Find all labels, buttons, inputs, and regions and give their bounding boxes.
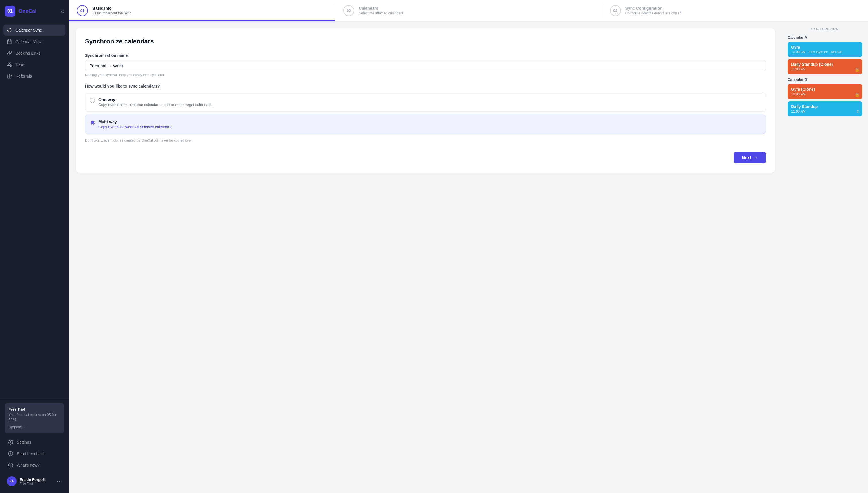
event-time: 11:00 AM — [791, 67, 859, 71]
clone-note: Don't worry, event clones created by One… — [85, 138, 766, 143]
sidebar-item-settings[interactable]: Settings — [5, 437, 64, 448]
event-time: 11:00 AM — [791, 109, 859, 113]
sidebar-nav: Calendar Sync Calendar View Booking Link… — [0, 22, 69, 398]
free-trial-box: Free Trial Your free trial expires on 05… — [5, 403, 64, 433]
radio-option-one-way[interactable]: One-way Copy events from a source calend… — [85, 92, 766, 112]
event-time: 10:00 AM · Flex Gym on 16th Ave — [791, 50, 859, 54]
svg-rect-0 — [7, 40, 12, 44]
form-card: Synchronize calendars Synchronization na… — [76, 28, 775, 173]
steps-header: 01 Basic Info Basic info about the Sync … — [69, 0, 868, 22]
sidebar-logo: 01 OneCal ‹‹ — [0, 0, 69, 22]
user-row[interactable]: EF Eraldo Forgoli Free Trial ⋯ — [5, 474, 64, 488]
sidebar-item-calendar-view[interactable]: Calendar View — [3, 36, 65, 47]
step-2-info: Calendars Select the affected calendars — [359, 6, 403, 15]
sidebar-item-send-feedback[interactable]: Send Feedback — [5, 448, 64, 459]
step-1-info: Basic Info Basic info about the Sync — [92, 6, 131, 15]
calendar-event[interactable]: Gym (Clone) 10:00 AM 🔒 — [787, 84, 862, 99]
next-label: Next — [742, 155, 751, 160]
radio-one-way[interactable] — [90, 98, 95, 103]
step-2-label: Calendars — [359, 6, 403, 10]
lock-icon: 🔒 — [854, 67, 860, 72]
collapse-button[interactable]: ‹‹ — [61, 8, 64, 14]
logo-text: OneCal — [18, 8, 37, 14]
calendar-event[interactable]: Daily Standup 11:00 AM ⧉ — [787, 102, 862, 116]
settings-icon — [8, 440, 13, 445]
sidebar-item-label: Calendar Sync — [16, 28, 42, 33]
radio-group: One-way Copy events from a source calend… — [85, 92, 766, 134]
send-feedback-icon — [8, 451, 13, 456]
step-3-circle: 03 — [610, 5, 621, 16]
referrals-icon — [7, 73, 12, 79]
sidebar-item-label: Referrals — [16, 74, 32, 79]
radio-multi-way-content: Multi-way Copy events between all select… — [98, 120, 172, 129]
step-2-sublabel: Select the affected calendars — [359, 11, 403, 15]
step-1-sublabel: Basic info about the Sync — [92, 11, 131, 15]
calendar-a-label: Calendar A — [787, 35, 862, 40]
step-3-label: Sync Configuration — [625, 6, 681, 10]
user-info: Eraldo Forgoli Free Trial — [20, 477, 54, 485]
radio-option-multi-way[interactable]: Multi-way Copy events between all select… — [85, 115, 766, 134]
preview-panel: SYNC PREVIEW Calendar A Gym 10:00 AM · F… — [782, 22, 868, 493]
step-1[interactable]: 01 Basic Info Basic info about the Sync — [69, 0, 335, 21]
logo-mark: 01 OneCal — [5, 6, 37, 17]
form-title: Synchronize calendars — [85, 38, 766, 45]
radio-multi-way-title: Multi-way — [98, 120, 172, 124]
sidebar-item-label: Calendar View — [16, 39, 42, 44]
content-area: Synchronize calendars Synchronization na… — [69, 22, 868, 493]
calendar-event[interactable]: Gym 10:00 AM · Flex Gym on 16th Ave — [787, 42, 862, 57]
lock-icon: 🔒 — [854, 92, 860, 97]
sidebar-item-label: Settings — [17, 440, 31, 445]
sync-name-hint: Naming your sync will help you easily id… — [85, 73, 766, 77]
event-title: Gym — [791, 45, 859, 49]
main-content: 01 Basic Info Basic info about the Sync … — [69, 0, 868, 493]
sidebar-item-calendar-sync[interactable]: Calendar Sync — [3, 25, 65, 36]
team-icon — [7, 62, 12, 67]
next-arrow-icon: → — [753, 155, 758, 160]
logo-box: 01 — [5, 6, 16, 17]
sidebar-bottom: Free Trial Your free trial expires on 05… — [0, 398, 69, 493]
sidebar-item-booking-links[interactable]: Booking Links — [3, 48, 65, 59]
step-1-circle: 01 — [77, 5, 88, 16]
sidebar-item-label: What's new? — [17, 463, 40, 467]
form-panel: Synchronize calendars Synchronization na… — [69, 22, 782, 493]
sync-type-question: How would you like to sync calendars? — [85, 84, 766, 88]
calendar-event[interactable]: Daily Standup (Clone) 11:00 AM 🔒 — [787, 59, 862, 74]
free-trial-title: Free Trial — [8, 407, 60, 411]
user-role: Free Trial — [20, 482, 54, 485]
whats-new-icon — [8, 463, 13, 468]
radio-one-way-content: One-way Copy events from a source calend… — [98, 98, 212, 107]
step-3[interactable]: 03 Sync Configuration Configure how the … — [602, 0, 868, 21]
upgrade-button[interactable]: Upgrade → — [8, 425, 26, 429]
radio-multi-way[interactable] — [90, 120, 95, 125]
sidebar-bottom-nav: Settings Send Feedback What's new? — [5, 437, 64, 471]
sidebar-item-referrals[interactable]: Referrals — [3, 71, 65, 82]
step-2[interactable]: 02 Calendars Select the affected calenda… — [335, 0, 601, 21]
next-button[interactable]: Next → — [734, 152, 766, 164]
logo-part1: One — [18, 8, 28, 14]
user-more-button[interactable]: ⋯ — [57, 478, 62, 485]
step-3-info: Sync Configuration Configure how the eve… — [625, 6, 681, 15]
calendar-view-icon — [7, 39, 12, 44]
avatar: EF — [7, 476, 17, 486]
event-title: Daily Standup (Clone) — [791, 62, 859, 67]
calendar-b-label: Calendar B — [787, 78, 862, 82]
radio-multi-way-desc: Copy events between all selected calenda… — [98, 125, 172, 129]
radio-one-way-title: One-way — [98, 98, 212, 102]
sidebar-item-team[interactable]: Team — [3, 59, 65, 70]
step-3-sublabel: Configure how the events are copied — [625, 11, 681, 15]
event-title: Gym (Clone) — [791, 87, 859, 92]
user-name: Eraldo Forgoli — [20, 477, 54, 482]
svg-point-6 — [10, 442, 12, 443]
sidebar-item-label: Send Feedback — [17, 451, 45, 456]
booking-links-icon — [7, 50, 12, 56]
logo-part2: Cal — [28, 8, 37, 14]
form-footer: Next → — [85, 152, 766, 164]
event-time: 10:00 AM — [791, 92, 859, 96]
sync-name-input[interactable] — [85, 60, 766, 71]
sidebar-item-whats-new[interactable]: What's new? — [5, 460, 64, 471]
calendar-sync-icon — [7, 27, 12, 33]
sync-name-section: Synchronization name Naming your sync wi… — [85, 53, 766, 77]
free-trial-desc: Your free trial expires on 05 Jun 2024. — [8, 412, 60, 422]
step-1-label: Basic Info — [92, 6, 131, 10]
sidebar-item-label: Booking Links — [16, 51, 41, 56]
